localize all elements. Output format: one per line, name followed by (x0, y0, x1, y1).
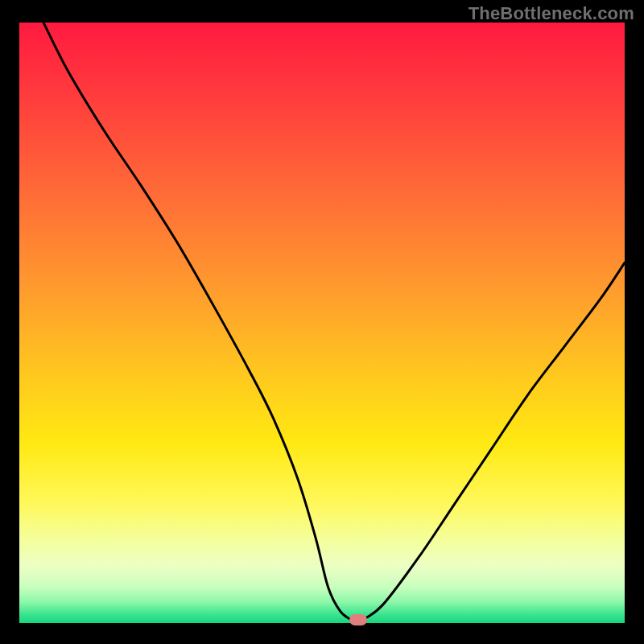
chart-frame: TheBottleneck.com (0, 0, 644, 644)
chart-svg (19, 23, 625, 623)
optimal-point-marker (349, 614, 367, 625)
plot-area (19, 23, 625, 623)
watermark-text: TheBottleneck.com (469, 3, 634, 24)
gradient-background (19, 23, 625, 623)
plot-outer (19, 23, 625, 623)
